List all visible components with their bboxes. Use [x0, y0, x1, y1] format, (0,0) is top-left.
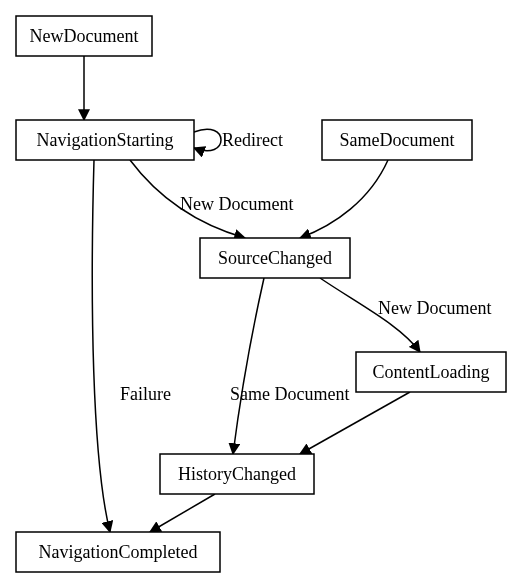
node-label-newdocument: NewDocument [30, 26, 139, 46]
node-label-navigationcompleted: NavigationCompleted [39, 542, 198, 562]
edge-samedocument-sourcechanged [300, 160, 388, 238]
edge-historychanged-navigationcompleted [150, 494, 215, 532]
edge-label-redirect: Redirect [222, 130, 283, 150]
navigation-flowchart: Redirect New Document New Document Same … [0, 0, 526, 583]
edge-label-newdoc2: New Document [378, 298, 491, 318]
edge-label-samedoc: Same Document [230, 384, 349, 404]
node-label-navigationstarting: NavigationStarting [37, 130, 174, 150]
node-navigationcompleted: NavigationCompleted [16, 532, 220, 572]
edge-navigationstarting-redirect-loop [194, 129, 221, 151]
node-historychanged: HistoryChanged [160, 454, 314, 494]
node-samedocument: SameDocument [322, 120, 472, 160]
edge-navigationstarting-navigationcompleted [92, 160, 110, 532]
node-label-samedocument: SameDocument [340, 130, 455, 150]
node-newdocument: NewDocument [16, 16, 152, 56]
node-sourcechanged: SourceChanged [200, 238, 350, 278]
node-navigationstarting: NavigationStarting [16, 120, 194, 160]
edge-label-newdoc1: New Document [180, 194, 293, 214]
edge-label-failure: Failure [120, 384, 171, 404]
node-label-historychanged: HistoryChanged [178, 464, 296, 484]
node-label-sourcechanged: SourceChanged [218, 248, 332, 268]
edge-sourcechanged-historychanged [233, 278, 264, 454]
node-label-contentloading: ContentLoading [373, 362, 490, 382]
node-contentloading: ContentLoading [356, 352, 506, 392]
